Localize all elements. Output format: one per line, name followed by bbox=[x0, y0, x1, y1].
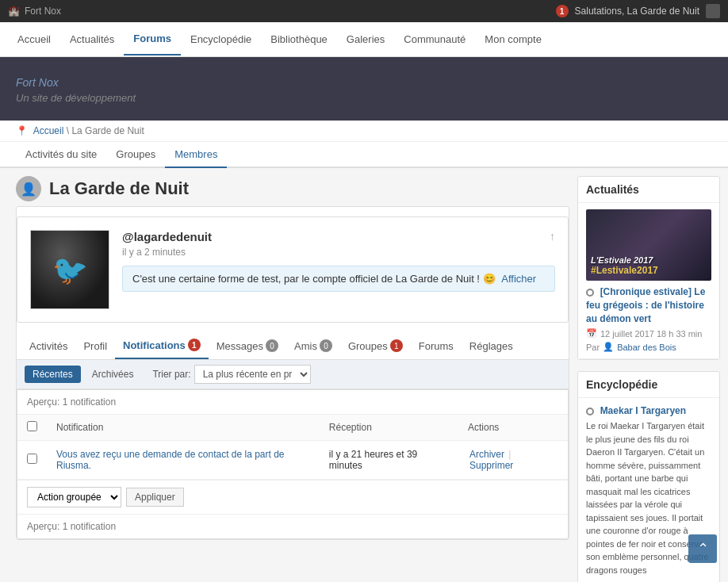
select-all-checkbox[interactable] bbox=[27, 421, 37, 431]
notif-archive-link[interactable]: Archiver bbox=[469, 449, 504, 460]
tab-activites[interactable]: Activités bbox=[21, 334, 75, 358]
notif-text-link[interactable]: Vous avez reçu une demande de contact de… bbox=[56, 449, 285, 471]
user-handle: @lagardedenuit bbox=[122, 230, 555, 243]
top-bar: 🏰 Fort Nox 1 Salutations, La Garde de Nu… bbox=[0, 0, 728, 22]
tab-notifications-label: Notifications bbox=[123, 339, 186, 351]
avatar-bird-icon: 🐦 bbox=[52, 254, 88, 287]
col-reception: Réception bbox=[320, 415, 458, 441]
col-notification: Notification bbox=[47, 415, 320, 441]
groupes-badge: 1 bbox=[390, 339, 403, 352]
encyclo-entry-link[interactable]: Maekar I Targaryen bbox=[600, 405, 687, 416]
notifications-table: Notification Réception Actions bbox=[17, 415, 568, 480]
subnav-membres[interactable]: Membres bbox=[165, 142, 227, 168]
col-checkbox bbox=[17, 415, 47, 441]
profile-tabs: Activités Profil Notifications 1 Message… bbox=[17, 332, 569, 360]
tab-groupes[interactable]: Groupes 1 bbox=[340, 333, 411, 358]
tab-notifications[interactable]: Notifications 1 bbox=[115, 332, 209, 359]
actions-separator: | bbox=[508, 449, 511, 460]
sort-label: Trier par: bbox=[152, 369, 190, 380]
top-notif-badge[interactable]: 1 bbox=[556, 5, 569, 17]
notif-time-cell: il y a 21 heures et 39 minutes bbox=[320, 441, 458, 480]
tab-activites-label: Activités bbox=[29, 340, 67, 352]
page-title: La Garde de Nuit bbox=[49, 178, 189, 199]
tab-amis[interactable]: Amis 0 bbox=[286, 333, 340, 358]
breadcrumb-accueil[interactable]: Accueil bbox=[33, 125, 64, 136]
notifications-badge: 1 bbox=[188, 339, 201, 351]
apply-button[interactable]: Appliquer bbox=[126, 488, 184, 507]
subnav-activites[interactable]: Activités du site bbox=[16, 142, 106, 167]
back-to-top-button[interactable]: ⌃ bbox=[688, 534, 717, 563]
encyclo-circle-icon bbox=[586, 408, 594, 415]
message-afficher-link[interactable]: Afficher bbox=[501, 273, 536, 285]
news-person-icon: 👤 bbox=[603, 342, 614, 352]
site-logo-icon: 🏰 bbox=[8, 6, 20, 17]
row-checkbox[interactable] bbox=[27, 454, 37, 464]
subtab-archivees[interactable]: Archivées bbox=[84, 366, 142, 383]
profile-card: 🐦 @lagardedenuit il y a 2 minutes C'est … bbox=[16, 206, 569, 540]
tab-reglages[interactable]: Réglages bbox=[462, 334, 521, 358]
notif-time: il y a 21 heures et 39 minutes bbox=[329, 449, 417, 471]
sidebar-news-title: Actualités bbox=[578, 177, 719, 203]
notif-actions-cell: Archiver | Supprimer bbox=[458, 441, 568, 480]
tab-profil-label: Profil bbox=[83, 340, 107, 352]
notif-text-cell: Vous avez reçu une demande de contact de… bbox=[47, 441, 320, 480]
tab-forums-label: Forums bbox=[419, 340, 454, 352]
tab-groupes-label: Groupes bbox=[348, 340, 388, 352]
nav-galeries[interactable]: Galeries bbox=[337, 24, 394, 55]
main-content: 👤 La Garde de Nuit 🐦 @lagardedenuit il y… bbox=[0, 168, 569, 582]
sidebar-encyclo-title: Encyclopédie bbox=[578, 372, 719, 398]
table-header-row: Notification Réception Actions bbox=[17, 415, 568, 441]
news-image-hashtag: #Lestivale2017 bbox=[591, 265, 658, 276]
nav-accueil[interactable]: Accueil bbox=[8, 24, 60, 55]
notif-subtabs: Récentes Archivées Trier par: La plus ré… bbox=[17, 360, 569, 389]
top-greeting: Salutations, La Garde de Nuit bbox=[575, 6, 699, 17]
pin-icon: 📍 bbox=[16, 125, 28, 136]
nav-communaute[interactable]: Communauté bbox=[394, 24, 475, 55]
news-item-date: 12 juillet 2017 18 h 33 min bbox=[600, 329, 702, 339]
profile-header: 🐦 @lagardedenuit il y a 2 minutes C'est … bbox=[17, 216, 569, 323]
subnav-groupes[interactable]: Groupes bbox=[106, 142, 165, 167]
breadcrumb-current: La Garde de Nuit bbox=[71, 125, 144, 136]
tab-reglages-label: Réglages bbox=[469, 340, 513, 352]
top-bar-left: 🏰 Fort Nox bbox=[8, 6, 61, 17]
news-author-icon: Par bbox=[586, 343, 600, 352]
profile-circle-icon: 👤 bbox=[16, 176, 41, 201]
user-message-text: C'est une certaine forme de test, par le… bbox=[132, 273, 496, 285]
sort-select[interactable]: La plus récente en pr bbox=[194, 365, 311, 384]
news-item-title-link[interactable]: [Chronique estivale] Le feu grégeois : d… bbox=[586, 286, 705, 324]
user-info: @lagardedenuit il y a 2 minutes C'est un… bbox=[122, 230, 555, 292]
user-time: il y a 2 minutes bbox=[122, 247, 555, 258]
tab-messages[interactable]: Messages 0 bbox=[209, 333, 286, 358]
tab-profil[interactable]: Profil bbox=[75, 334, 115, 358]
row-checkbox-cell bbox=[17, 441, 47, 480]
site-name: Fort Nox bbox=[25, 6, 61, 17]
subtab-recentes[interactable]: Récentes bbox=[25, 366, 81, 383]
messages-badge: 0 bbox=[266, 339, 278, 352]
tab-forums[interactable]: Forums bbox=[411, 334, 462, 358]
nav-mon-compte[interactable]: Mon compte bbox=[475, 24, 551, 55]
profile-title-area: 👤 La Garde de Nuit bbox=[16, 168, 569, 206]
notif-delete-link[interactable]: Supprimer bbox=[469, 460, 513, 471]
main-nav: Accueil Actualités Forums Encyclopédie B… bbox=[0, 22, 728, 57]
top-bar-right: 1 Salutations, La Garde de Nuit bbox=[556, 4, 720, 18]
nav-actualites[interactable]: Actualités bbox=[60, 24, 124, 55]
nav-bibliotheque[interactable]: Bibliothèque bbox=[261, 24, 337, 55]
col-actions: Actions bbox=[458, 415, 568, 441]
avatar-image: 🐦 bbox=[31, 231, 109, 308]
nav-forums[interactable]: Forums bbox=[124, 23, 181, 56]
top-bar-avatar[interactable] bbox=[706, 4, 720, 18]
notif-summary-bottom: Aperçu: 1 notification bbox=[17, 514, 568, 538]
tab-amis-label: Amis bbox=[294, 340, 317, 352]
scroll-up-icon[interactable]: ↑ bbox=[550, 230, 555, 243]
nav-encyclopedie[interactable]: Encyclopédie bbox=[181, 24, 261, 55]
tab-messages-label: Messages bbox=[216, 340, 263, 352]
action-group-select[interactable]: Action groupée bbox=[27, 487, 121, 507]
main-wrapper: 👤 La Garde de Nuit 🐦 @lagardedenuit il y… bbox=[0, 168, 728, 582]
sidebar: Actualités L'Estivale 2017 #Lestivale201… bbox=[569, 168, 728, 582]
notif-summary-top: Aperçu: 1 notification bbox=[17, 390, 568, 415]
breadcrumb: 📍 Accueil \ La Garde de Nuit bbox=[0, 121, 728, 142]
sidebar-news-item: L'Estivale 2017 #Lestivale2017 [Chroniqu… bbox=[578, 203, 719, 359]
news-author-link[interactable]: Babar des Bois bbox=[617, 343, 676, 352]
hero-subtitle: Un site de développement bbox=[16, 92, 712, 104]
news-image-text: L'Estivale 2017 bbox=[591, 255, 658, 265]
